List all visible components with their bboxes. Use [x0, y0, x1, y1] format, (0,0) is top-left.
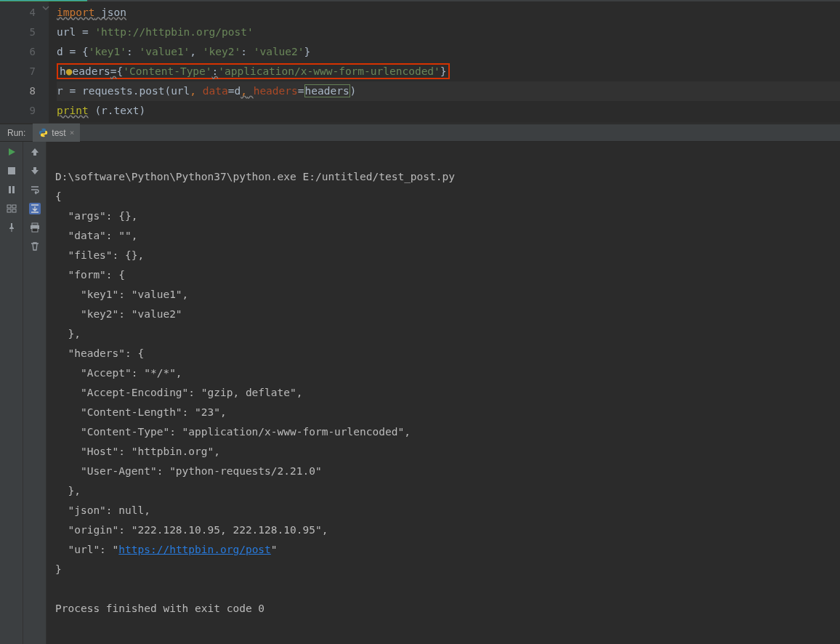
pause-icon[interactable]: [6, 184, 17, 196]
svg-rect-2: [12, 186, 15, 193]
caret-position: headers: [304, 84, 350, 97]
console-line: },: [55, 485, 87, 496]
line-number: 6: [0, 42, 36, 62]
console-line: "key2": "value2": [55, 308, 182, 320]
scroll-to-end-icon[interactable]: [29, 203, 41, 214]
console-line: {: [55, 190, 62, 202]
console-line: "origin": "222.128.10.95, 222.128.10.95"…: [55, 524, 334, 536]
stop-icon[interactable]: [6, 165, 17, 177]
code-editor[interactable]: import json url = 'http://httpbin.org/po…: [49, 1, 840, 123]
run-panel-header: Run: test ×: [0, 124, 840, 142]
console-line: "key1": "value1",: [55, 289, 195, 300]
code-line-current: r = requests.post(url, data=d, headers=h…: [57, 81, 840, 101]
console-line: },: [55, 328, 87, 339]
line-number: 9: [0, 101, 36, 121]
run-toolbar-left: [0, 142, 23, 644]
console-output[interactable]: D:\software\Python\Python37\python.exe E…: [47, 142, 840, 644]
console-line: "url": "https://httpbin.org/post": [55, 544, 278, 555]
svg-rect-9: [32, 228, 38, 232]
console-line: "Content-Type": "application/x-www-form-…: [55, 426, 417, 438]
svg-rect-3: [7, 205, 11, 208]
code-line-highlighted: h●eaders={'Content-Type':'application/x-…: [57, 62, 840, 81]
close-icon[interactable]: ×: [70, 128, 75, 137]
collapse-icon[interactable]: [42, 4, 49, 12]
console-line: "Accept-Encoding": "gzip, deflate",: [55, 387, 309, 398]
trash-icon[interactable]: [29, 241, 41, 252]
down-icon[interactable]: [29, 165, 41, 177]
editor-gutter: 4 5 6 7 8 9: [0, 1, 49, 123]
console-line: "files": {},: [55, 249, 150, 261]
run-label: Run:: [0, 128, 33, 138]
console-line: D:\software\Python\Python37\python.exe E…: [55, 171, 455, 182]
svg-rect-5: [7, 209, 11, 212]
console-line: "Accept": "*/*",: [55, 367, 188, 379]
console-line: "json": null,: [55, 504, 157, 516]
svg-rect-7: [32, 223, 38, 225]
svg-rect-4: [12, 205, 16, 208]
console-line: }: [55, 563, 62, 575]
console-line: "Host": "httpbin.org",: [55, 446, 227, 457]
code-line: url = 'http://httpbin.org/post': [57, 23, 840, 42]
pin-icon[interactable]: [6, 222, 17, 233]
svg-rect-0: [8, 167, 15, 174]
run-panel-body: D:\software\Python\Python37\python.exe E…: [0, 142, 840, 644]
print-icon[interactable]: [29, 222, 41, 233]
console-line: "headers": {: [55, 347, 144, 359]
svg-rect-1: [9, 186, 11, 193]
console-line: "form": {: [55, 269, 125, 281]
python-icon: [39, 128, 48, 137]
rerun-icon[interactable]: [6, 146, 17, 158]
line-number: 4: [0, 3, 36, 23]
run-tab[interactable]: test ×: [33, 124, 80, 142]
up-icon[interactable]: [29, 146, 41, 158]
code-line: import json: [57, 3, 840, 23]
run-toolbar-right: [23, 142, 47, 644]
console-line: "User-Agent": "python-requests/2.21.0": [55, 465, 322, 477]
line-number-current: 8: [0, 81, 36, 101]
svg-rect-6: [12, 209, 16, 212]
editor-area: 4 5 6 7 8 9 import json url = 'http://ht…: [0, 1, 840, 124]
run-tab-label: test: [52, 128, 65, 138]
code-line: print (r.text): [57, 101, 840, 121]
console-line: "Content-Length": "23",: [55, 406, 233, 418]
console-line: "args": {},: [55, 210, 144, 222]
layout-icon[interactable]: [6, 203, 17, 214]
url-link[interactable]: https://httpbin.org/post: [118, 544, 271, 555]
console-line: "data": "",: [55, 230, 144, 241]
console-line: Process finished with exit code 0: [55, 603, 264, 614]
line-number: 7: [0, 62, 36, 81]
code-line: d = {'key1': 'value1', 'key2': 'value2'}: [57, 42, 840, 62]
line-number: 5: [0, 23, 36, 42]
highlight-box: h●eaders={'Content-Type':'application/x-…: [57, 63, 450, 79]
softwrap-icon[interactable]: [29, 184, 41, 196]
